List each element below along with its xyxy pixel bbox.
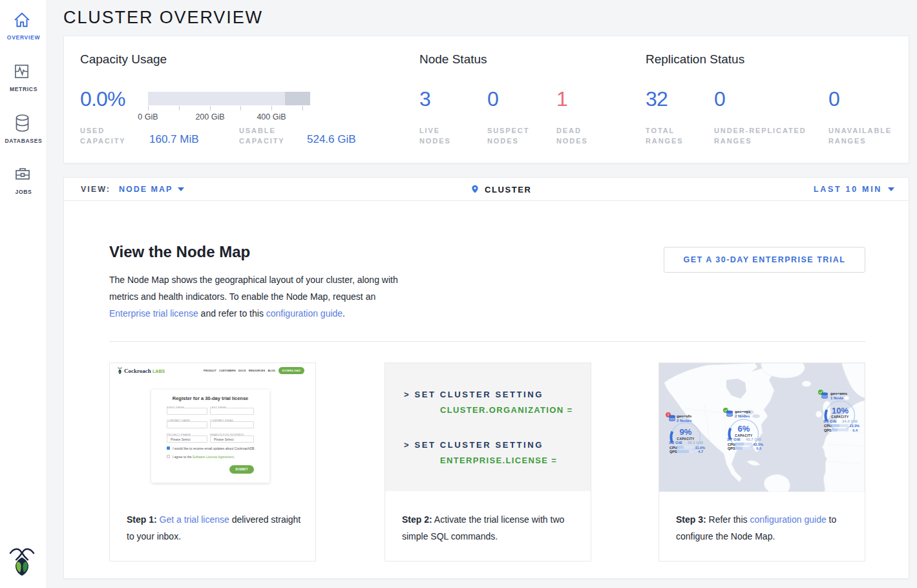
svg-text:1 Node: 1 Node <box>830 396 844 400</box>
svg-text:10%: 10% <box>832 406 848 415</box>
svg-text:3.2 GiB: 3.2 GiB <box>669 441 682 445</box>
svg-text:CPU: CPU <box>669 446 677 450</box>
svg-text:13.3%: 13.3% <box>849 424 859 428</box>
svg-text:3.6 GiB: 3.6 GiB <box>823 419 837 423</box>
svg-text:9%: 9% <box>680 427 692 437</box>
svg-text:CAPACITY: CAPACITY <box>677 437 695 441</box>
svg-text:2 Nodes: 2 Nodes <box>677 419 692 423</box>
svg-text:geo=nyc: geo=nyc <box>735 410 751 414</box>
svg-text:34.4 GiB: 34.4 GiB <box>842 419 858 423</box>
svg-text:CPU: CPU <box>824 424 832 428</box>
svg-text:6%: 6% <box>738 424 750 434</box>
svg-text:4.7: 4.7 <box>698 450 703 454</box>
svg-text:43.7 GiB: 43.7 GiB <box>746 437 762 441</box>
svg-text:42.5%: 42.5% <box>753 443 763 446</box>
svg-text:3.7 GiB: 3.7 GiB <box>727 437 741 441</box>
svg-text:geo=sfo: geo=sfo <box>677 414 692 418</box>
svg-text:QPS: QPS <box>824 428 832 432</box>
svg-text:CPU: CPU <box>728 443 735 446</box>
svg-text:11.0%: 11.0% <box>695 446 705 450</box>
svg-text:0.0: 0.0 <box>756 446 761 450</box>
svg-text:0.4: 0.4 <box>852 428 858 432</box>
svg-text:2 Nodes: 2 Nodes <box>735 414 750 418</box>
svg-text:CAPACITY: CAPACITY <box>735 434 753 437</box>
svg-text:QPS: QPS <box>669 450 677 454</box>
svg-text:CAPACITY: CAPACITY <box>831 415 849 419</box>
svg-text:35.1 GiB: 35.1 GiB <box>688 441 704 445</box>
svg-text:QPS: QPS <box>728 446 735 450</box>
svg-text:geo=ams: geo=ams <box>830 392 848 395</box>
